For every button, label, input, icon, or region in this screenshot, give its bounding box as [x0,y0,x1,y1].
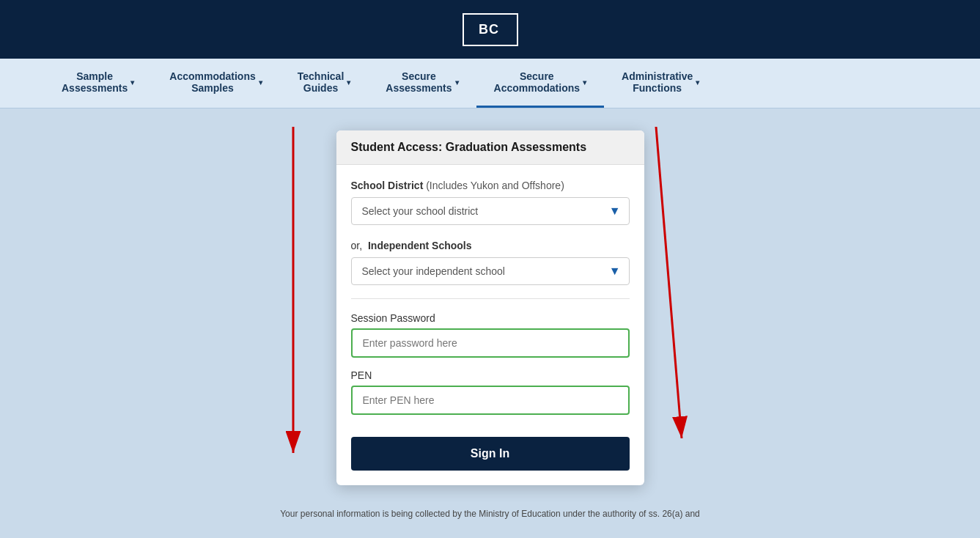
card-body: School District (Includes Yukon and Offs… [336,165,644,485]
chevron-down-icon: ▾ [347,78,350,86]
independent-school-select[interactable]: Select your independent school [351,257,630,285]
divider [351,298,630,299]
main-content: Student Access: Graduation Assessments S… [0,108,980,534]
school-district-section: School District (Includes Yukon and Offs… [351,180,630,225]
chevron-down-icon: ▾ [696,78,699,86]
nav-item-sample-assessments[interactable]: Sample Assessments ▾ [44,59,152,108]
nav-item-technical-guides[interactable]: Technical Guides ▾ [280,59,369,108]
school-district-select-wrapper: Select your school district ▼ [351,197,630,225]
site-logo: BC [463,13,518,46]
nav-item-secure-assessments[interactable]: Secure Assessments ▾ [368,59,476,108]
independent-school-select-wrapper: Select your independent school ▼ [351,257,630,285]
chevron-down-icon: ▾ [259,78,262,86]
card-title: Student Access: Graduation Assessments [351,141,587,153]
chevron-down-icon: ▾ [130,78,134,86]
pen-input[interactable] [351,386,630,415]
login-card: Student Access: Graduation Assessments S… [336,130,644,485]
sign-in-button[interactable]: Sign In [351,437,630,471]
header: BC [0,0,980,59]
nav-item-secure-accommodations[interactable]: Secure Accommodations ▾ [476,59,604,108]
footer-text: Your personal information is being colle… [0,497,980,531]
chevron-down-icon: ▾ [455,78,459,86]
svg-text:BC: BC [479,22,499,37]
pen-section: PEN [351,369,630,415]
pen-label: PEN [351,369,630,381]
nav-item-administrative-functions[interactable]: Administrative Functions ▾ [604,59,717,108]
session-password-input[interactable] [351,328,630,358]
independent-schools-section: or, Independent Schools Select your inde… [351,240,630,285]
card-header: Student Access: Graduation Assessments [336,130,644,165]
session-password-label: Session Password [351,312,630,324]
navbar: Sample Assessments ▾ Accommodations Samp… [0,59,980,108]
school-district-select[interactable]: Select your school district [351,197,630,225]
session-password-section: Session Password [351,312,630,358]
chevron-down-icon: ▾ [583,78,586,86]
or-independent-label: or, Independent Schools [351,240,630,251]
school-district-label: School District (Includes Yukon and Offs… [351,180,630,191]
nav-item-accommodations-samples[interactable]: Accommodations Samples ▾ [152,59,279,108]
